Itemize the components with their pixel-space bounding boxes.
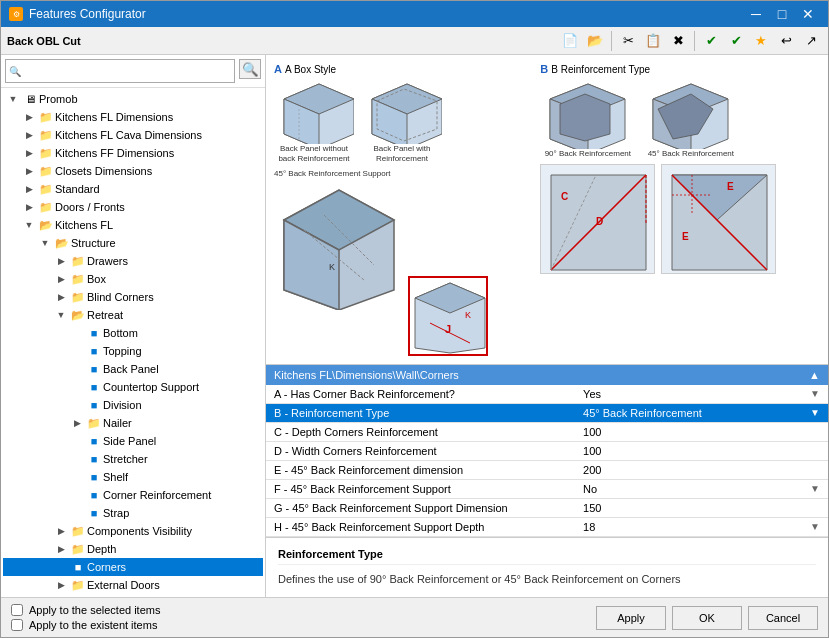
- tree-label: Nailer: [103, 417, 132, 429]
- tree-item-corners[interactable]: ■ Corners: [3, 558, 263, 576]
- expand-icon[interactable]: ▶: [21, 145, 37, 161]
- tb-icon2[interactable]: 📂: [584, 30, 606, 52]
- folder-icon: 📁: [39, 200, 53, 214]
- prop-row-h[interactable]: H - 45° Back Reinforcement Support Depth…: [266, 517, 828, 536]
- tree-item-shelf[interactable]: ■ Shelf: [3, 468, 263, 486]
- tb-icon9[interactable]: ↩: [775, 30, 797, 52]
- tree-item-bottom[interactable]: ■ Bottom: [3, 324, 263, 342]
- checkbox-selected-items[interactable]: [11, 604, 23, 616]
- tree-item-fl-cava-dim[interactable]: ▶ 📁 Kitchens FL Cava Dimensions: [3, 126, 263, 144]
- folder-icon: 📁: [87, 416, 101, 430]
- title-bar-left: ⚙ Features Configurator: [9, 7, 146, 21]
- tree-item-countertop[interactable]: ■ Countertop Support: [3, 378, 263, 396]
- expand-spacer: [69, 343, 85, 359]
- tb-icon3[interactable]: ✂: [617, 30, 639, 52]
- prop-value-b[interactable]: 45° Back Reinforcement ▼: [575, 403, 828, 422]
- dropdown-a[interactable]: Yes ▼: [583, 388, 820, 400]
- checkbox-row-2[interactable]: Apply to the existent items: [11, 619, 160, 631]
- tree-item-ff-dim[interactable]: ▶ 📁 Kitchens FF Dimensions: [3, 144, 263, 162]
- item-icon: ■: [87, 398, 101, 412]
- tree-item-division[interactable]: ■ Division: [3, 396, 263, 414]
- dropdown-h[interactable]: 18 ▼: [583, 521, 820, 533]
- tb-icon4[interactable]: 📋: [642, 30, 664, 52]
- prop-value-f[interactable]: No ▼: [575, 479, 828, 498]
- tree-item-nailer[interactable]: ▶ 📁 Nailer: [3, 414, 263, 432]
- expand-icon[interactable]: ▶: [21, 181, 37, 197]
- tree-item-ext-doors[interactable]: ▶ 📁 External Doors: [3, 576, 263, 594]
- cancel-button[interactable]: Cancel: [748, 606, 818, 630]
- tb-icon10[interactable]: ↗: [800, 30, 822, 52]
- tb-icon8[interactable]: ★: [750, 30, 772, 52]
- expand-icon[interactable]: ▶: [69, 415, 85, 431]
- tree-item-kitchens-fl[interactable]: ▼ 📂 Kitchens FL: [3, 216, 263, 234]
- tree-item-promob[interactable]: ▼ 🖥 Promob: [3, 90, 263, 108]
- prop-row-d[interactable]: D - Width Corners Reinforcement 100: [266, 441, 828, 460]
- tree-item-blind-corners[interactable]: ▶ 📁 Blind Corners: [3, 288, 263, 306]
- tb-icon5[interactable]: ✖: [667, 30, 689, 52]
- tree-item-comp-vis[interactable]: ▶ 📁 Components Visibility: [3, 522, 263, 540]
- tb-icon1[interactable]: 📄: [559, 30, 581, 52]
- tree-item-structure[interactable]: ▼ 📂 Structure: [3, 234, 263, 252]
- tree-item-side-panel[interactable]: ■ Side Panel: [3, 432, 263, 450]
- tree-item-back-panel[interactable]: ■ Back Panel: [3, 360, 263, 378]
- top-view-svg-ee: E E: [661, 164, 776, 274]
- tree-item-stretcher[interactable]: ■ Stretcher: [3, 450, 263, 468]
- dropdown-b[interactable]: 45° Back Reinforcement ▼: [583, 407, 820, 419]
- tree-item-closets-dim[interactable]: ▶ 📁 Closets Dimensions: [3, 162, 263, 180]
- close-button[interactable]: ✕: [796, 5, 820, 23]
- tree-item-depth[interactable]: ▶ 📁 Depth: [3, 540, 263, 558]
- tree-label: Components Visibility: [87, 525, 192, 537]
- bottom-bar: Apply to the selected items Apply to the…: [1, 597, 828, 637]
- checkbox-existent-items[interactable]: [11, 619, 23, 631]
- expand-icon[interactable]: ▶: [53, 577, 69, 593]
- tree-item-standard[interactable]: ▶ 📁 Standard: [3, 180, 263, 198]
- tree-item-box[interactable]: ▶ 📁 Box: [3, 270, 263, 288]
- svg-text:E: E: [727, 181, 734, 192]
- tree-item-topping[interactable]: ■ Topping: [3, 342, 263, 360]
- tb-icon7[interactable]: ✔: [725, 30, 747, 52]
- expand-icon[interactable]: ▼: [5, 91, 21, 107]
- expand-icon[interactable]: ▶: [21, 127, 37, 143]
- expand-icon[interactable]: ▶: [53, 541, 69, 557]
- folder-icon: 📁: [39, 110, 53, 124]
- prop-row-c[interactable]: C - Depth Corners Reinforcement 100: [266, 422, 828, 441]
- prop-value-a[interactable]: Yes ▼: [575, 385, 828, 404]
- search-button[interactable]: 🔍: [239, 59, 261, 79]
- dropdown-arrow-h: ▼: [810, 521, 820, 532]
- expand-icon[interactable]: ▶: [21, 199, 37, 215]
- expand-icon[interactable]: ▶: [53, 289, 69, 305]
- tree-container[interactable]: ▼ 🖥 Promob ▶ 📁 Kitchens FL Dimensions ▶ …: [1, 88, 265, 597]
- ok-button[interactable]: OK: [672, 606, 742, 630]
- expand-icon[interactable]: ▶: [53, 271, 69, 287]
- expand-icon[interactable]: ▼: [37, 235, 53, 251]
- desc-text: Defines the use of 90° Back Reinforcemen…: [278, 571, 816, 588]
- expand-icon[interactable]: ▶: [53, 253, 69, 269]
- tree-item-corner-reinf[interactable]: ■ Corner Reinforcement: [3, 486, 263, 504]
- tree-item-strap[interactable]: ■ Strap: [3, 504, 263, 522]
- expand-icon[interactable]: ▶: [21, 163, 37, 179]
- props-table: A - Has Corner Back Reinforcement? Yes ▼…: [266, 385, 828, 537]
- expand-spacer: [69, 487, 85, 503]
- tree-item-kitchens-fl-dim[interactable]: ▶ 📁 Kitchens FL Dimensions: [3, 108, 263, 126]
- prop-row-a[interactable]: A - Has Corner Back Reinforcement? Yes ▼: [266, 385, 828, 404]
- expand-icon[interactable]: ▶: [21, 109, 37, 125]
- prop-row-g[interactable]: G - 45° Back Reinforcement Support Dimen…: [266, 498, 828, 517]
- tree-item-retreat[interactable]: ▼ 📂 Retreat: [3, 306, 263, 324]
- search-input[interactable]: [23, 61, 231, 81]
- tree-item-doors[interactable]: ▶ 📁 Doors / Fronts: [3, 198, 263, 216]
- tree-item-drawers[interactable]: ▶ 📁 Drawers: [3, 252, 263, 270]
- expand-icon[interactable]: ▶: [53, 523, 69, 539]
- dropdown-f[interactable]: No ▼: [583, 483, 820, 495]
- props-collapse-icon[interactable]: ▲: [809, 369, 820, 381]
- expand-icon[interactable]: ▼: [21, 217, 37, 233]
- prop-value-h[interactable]: 18 ▼: [575, 517, 828, 536]
- checkbox-row-1[interactable]: Apply to the selected items: [11, 604, 160, 616]
- expand-icon[interactable]: ▼: [53, 307, 69, 323]
- tb-icon6[interactable]: ✔: [700, 30, 722, 52]
- prop-row-b[interactable]: B - Reinforcement Type 45° Back Reinforc…: [266, 403, 828, 422]
- minimize-button[interactable]: ─: [744, 5, 768, 23]
- prop-row-f[interactable]: F - 45° Back Reinforcement Support No ▼: [266, 479, 828, 498]
- prop-row-e[interactable]: E - 45° Back Reinforcement dimension 200: [266, 460, 828, 479]
- maximize-button[interactable]: □: [770, 5, 794, 23]
- apply-button[interactable]: Apply: [596, 606, 666, 630]
